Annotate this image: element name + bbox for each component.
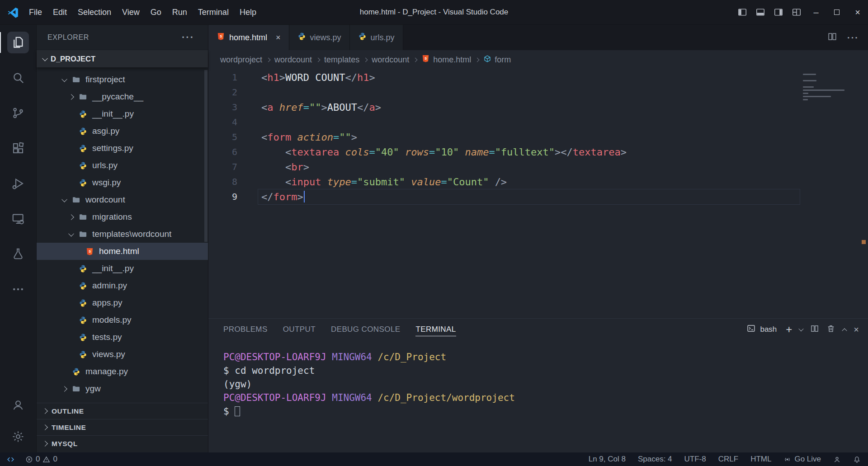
code-token: a [369,102,375,113]
toggle-primary-sidebar-icon[interactable] [733,0,751,24]
split-terminal-icon[interactable] [810,324,819,335]
editor-content[interactable]: <h1>WORD COUNT</h1><a href="">ABOUT</a><… [249,69,868,318]
tab-home-html[interactable]: 5home.html× [208,25,289,50]
tree-item-wordcount[interactable]: wordcount [37,191,208,208]
tree-item-label: tests.py [92,332,122,342]
indentation[interactable]: Spaces: 4 [638,452,672,466]
tree-item-init-py[interactable]: __init__.py [37,105,208,122]
breadcrumb-item-wordproject[interactable]: wordproject [220,55,262,65]
close-window-button[interactable]: × [847,0,868,24]
menu-edit[interactable]: Edit [47,0,72,24]
maximize-panel-icon[interactable] [842,328,847,333]
notifications-icon[interactable] [853,452,861,466]
more-views-button[interactable] [0,272,36,307]
section-mysql[interactable]: MYSQL [37,435,208,452]
code-token: < [285,146,291,158]
breadcrumb-item-wordcount[interactable]: wordcount [274,55,312,65]
eol-sequence[interactable]: CRLF [718,452,738,466]
settings-button[interactable] [0,421,36,452]
tree-item-asgi-py[interactable]: asgi.py [37,122,208,140]
tree-item-admin-py[interactable]: admin.py [37,277,208,294]
split-editor-icon[interactable] [827,32,837,43]
menu-selection[interactable]: Selection [72,0,117,24]
menu-view[interactable]: View [117,0,145,24]
search-activity-button[interactable] [0,60,36,95]
breadcrumb-item-home-html[interactable]: 5home.html [421,54,471,65]
tree-item-firstproject[interactable]: firstproject [37,71,208,88]
tree-item-wsgi-py[interactable]: wsgi.py [37,174,208,191]
tree-item-models-py[interactable]: models.py [37,311,208,329]
section-timeline[interactable]: TIMELINE [37,419,208,435]
feedback-icon[interactable] [833,452,841,466]
minimize-button[interactable]: – [806,0,826,24]
menu-terminal[interactable]: Terminal [193,0,234,24]
tree-item-views-py[interactable]: views.py [37,346,208,363]
minimap-line [803,99,808,100]
explorer-activity-button[interactable] [0,25,36,60]
terminal-actions: bash + × [746,323,859,336]
tree-item-pycache[interactable]: __pycache__ [37,88,208,105]
code-token: = [351,176,357,188]
breadcrumb-item-form[interactable]: form [483,55,511,65]
minimap[interactable] [803,72,852,102]
terminal-output[interactable]: PC@DESKTOP-LOARF9J MINGW64 /c/D_Project$… [208,340,868,452]
toggle-secondary-sidebar-icon[interactable] [769,0,788,24]
run-debug-activity-button[interactable] [0,166,36,201]
kill-terminal-icon[interactable] [826,324,835,335]
tree-item-apps-py[interactable]: apps.py [37,294,208,311]
toggle-panel-icon[interactable] [751,0,769,24]
explorer-more-actions-icon[interactable]: ··· [182,32,194,43]
remote-window-button[interactable] [0,452,21,466]
code-line: <form action=""> [261,130,868,145]
chevron-right-icon [65,95,77,99]
testing-activity-button[interactable] [0,236,36,272]
menu-go[interactable]: Go [145,0,167,24]
tree-item-init-py[interactable]: __init__.py [37,260,208,277]
testing-flask-icon [7,243,29,265]
tree-item-migrations[interactable]: migrations [37,208,208,226]
terminal-dropdown-icon[interactable] [799,326,804,331]
tree-item-ygw[interactable]: ygw [37,380,208,397]
remote-explorer-activity-button[interactable] [0,201,36,236]
tree-item-tests-py[interactable]: tests.py [37,329,208,346]
tree-item-templates-wordcount[interactable]: templates\wordcount [37,226,208,243]
panel-tab-output[interactable]: OUTPUT [283,319,316,340]
breadcrumb-item-wordcount[interactable]: wordcount [372,55,409,65]
customize-layout-icon[interactable] [788,0,806,24]
menu-run[interactable]: Run [167,0,193,24]
code-token: </ [345,72,357,83]
extensions-activity-button[interactable] [0,131,36,166]
go-live-button[interactable]: Go Live [783,452,821,466]
editor-more-actions-icon[interactable]: ··· [847,33,859,43]
python-icon [70,367,82,376]
panel-tab-debug-console[interactable]: DEBUG CONSOLE [331,319,401,340]
tree-item-urls-py[interactable]: urls.py [37,157,208,174]
code-token: form [267,132,291,143]
menu-file[interactable]: File [24,0,47,24]
close-panel-icon[interactable]: × [854,325,859,335]
tab-views-py[interactable]: views.py [289,25,350,50]
maximize-button[interactable] [826,0,847,24]
panel-tab-problems[interactable]: PROBLEMS [223,319,268,340]
sidebar-scrollbar[interactable] [204,70,208,242]
tree-root-dproject[interactable]: D_PROJECT [37,50,208,67]
tree-item-manage-py[interactable]: manage.py [37,363,208,380]
source-control-activity-button[interactable] [0,95,36,131]
breadcrumb-item-templates[interactable]: templates [324,55,359,65]
problems-status[interactable]: 0 0 [21,452,62,466]
panel-tab-terminal[interactable]: TERMINAL [415,319,456,340]
shell-selector[interactable]: bash [746,324,777,335]
encoding[interactable]: UTF-8 [684,452,706,466]
tree-item-home-html[interactable]: 5home.html [37,243,208,260]
menu-help[interactable]: Help [234,0,262,24]
close-tab-icon[interactable]: × [276,33,281,42]
accounts-button[interactable] [0,389,36,421]
new-terminal-icon[interactable]: + [786,323,792,336]
tab-urls-py[interactable]: urls.py [350,25,403,50]
chevron-down-icon [65,232,77,236]
chevron-right-icon [42,408,48,414]
language-mode[interactable]: HTML [750,452,771,466]
cursor-position[interactable]: Ln 9, Col 8 [589,452,626,466]
section-outline[interactable]: OUTLINE [37,403,208,419]
tree-item-settings-py[interactable]: settings.py [37,140,208,157]
